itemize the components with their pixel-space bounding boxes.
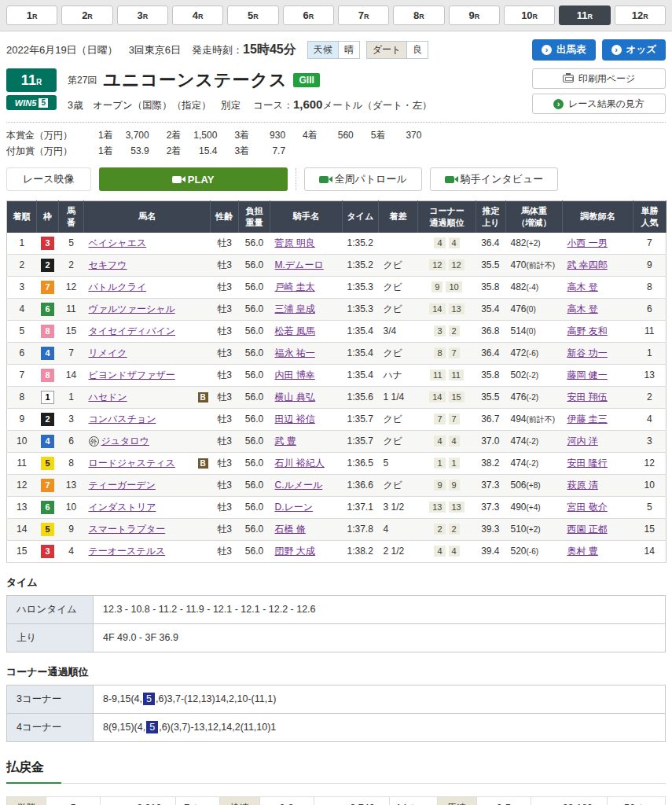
entries-button[interactable]: 出馬表 bbox=[532, 39, 596, 61]
horse-link[interactable]: コンバスチョン bbox=[89, 413, 156, 426]
corner-positions: 11 bbox=[418, 452, 476, 474]
jockey-cell: 福永 祐一 bbox=[270, 342, 343, 364]
payout-type: 単勝 bbox=[7, 796, 46, 805]
trainer-link[interactable]: 藤岡 健一 bbox=[567, 369, 608, 380]
race-tab[interactable]: 11R bbox=[559, 6, 610, 25]
track-condition-badge: ダート 良 bbox=[366, 41, 429, 59]
trainer-link[interactable]: 宮田 敬介 bbox=[567, 502, 608, 513]
trainer-link[interactable]: 小西 一男 bbox=[567, 237, 608, 248]
horse-link[interactable]: リメイク bbox=[89, 347, 127, 360]
odds-button[interactable]: オッズ bbox=[602, 39, 666, 61]
race-tab[interactable]: 1R bbox=[6, 6, 57, 25]
result-row: 11 5 8 ロードジャスティスB 牡3 56.0 石川 裕紀人 1:36.5 … bbox=[7, 452, 666, 474]
win-popularity: 8 bbox=[633, 276, 666, 298]
trainer-link[interactable]: 武 幸四郎 bbox=[567, 259, 608, 270]
trainer-link[interactable]: 伊藤 圭三 bbox=[567, 414, 608, 425]
horse-link[interactable]: インダストリア bbox=[89, 501, 156, 514]
bracket-number: 5 bbox=[41, 523, 54, 536]
sex-age: 牡3 bbox=[211, 276, 239, 298]
sex-age: 牡3 bbox=[211, 474, 239, 496]
horse-link[interactable]: ヴァルツァーシャル bbox=[89, 303, 175, 316]
trainer-link[interactable]: 西園 正都 bbox=[567, 524, 608, 535]
payout-popularity: 14番人気 bbox=[389, 796, 437, 805]
body-weight: 510(+2) bbox=[506, 518, 563, 540]
patrol-video-button[interactable]: 全周パトロール bbox=[304, 167, 422, 191]
finish-position: 2 bbox=[7, 254, 37, 276]
race-tab[interactable]: 12R bbox=[615, 6, 666, 25]
jockey-link[interactable]: D.レーン bbox=[275, 502, 314, 513]
bracket-number: 6 bbox=[41, 303, 54, 316]
corner-positions: 44 bbox=[418, 233, 476, 255]
play-button[interactable]: PLAY bbox=[99, 167, 288, 191]
trainer-link[interactable]: 高木 登 bbox=[567, 281, 598, 292]
horse-link[interactable]: ハセドン bbox=[89, 391, 127, 404]
trainer-link[interactable]: 安田 隆行 bbox=[567, 458, 608, 469]
jockey-cell: 田辺 裕信 bbox=[270, 408, 343, 430]
corner-positions: 87 bbox=[418, 342, 476, 364]
horse-link[interactable]: セキフウ bbox=[89, 259, 127, 272]
jockey-link[interactable]: M.デムーロ bbox=[275, 259, 324, 270]
race-tab[interactable]: 10R bbox=[504, 6, 555, 25]
trainer-link[interactable]: 高木 登 bbox=[567, 303, 598, 314]
print-page-button[interactable]: 印刷用ページ bbox=[532, 68, 666, 89]
jockey-link[interactable]: 団野 大成 bbox=[275, 546, 315, 557]
carried-weight: 56.0 bbox=[239, 540, 270, 562]
win-popularity: 15 bbox=[633, 518, 666, 540]
bracket-cell: 5 bbox=[37, 452, 59, 474]
race-tab[interactable]: 5R bbox=[227, 6, 278, 25]
race-tab[interactable]: 3R bbox=[117, 6, 168, 25]
trainer-link[interactable]: 萩原 清 bbox=[567, 480, 598, 491]
results-guide-button[interactable]: レース結果の見方 bbox=[532, 94, 666, 114]
jockey-interview-button[interactable]: 騎手インタビュー bbox=[430, 167, 559, 191]
race-video-button[interactable]: レース映像 bbox=[6, 167, 91, 191]
body-weight: 520(-6) bbox=[506, 540, 563, 562]
jockey-link[interactable]: 福永 祐一 bbox=[275, 347, 315, 358]
jockey-link[interactable]: 三浦 皇成 bbox=[275, 303, 315, 314]
jockey-link[interactable]: 菅原 明良 bbox=[275, 237, 315, 248]
trainer-link[interactable]: 高野 友和 bbox=[567, 325, 608, 336]
jockey-link[interactable]: 武 豊 bbox=[275, 436, 296, 447]
race-tab[interactable]: 6R bbox=[283, 6, 334, 25]
sex-age: 牡3 bbox=[211, 386, 239, 408]
race-tab[interactable]: 8R bbox=[393, 6, 444, 25]
win-popularity: 9 bbox=[633, 254, 666, 276]
prize-pair: 5着370 bbox=[354, 129, 422, 142]
jockey-link[interactable]: 松若 風馬 bbox=[275, 325, 315, 336]
jockey-link[interactable]: 石川 裕紀人 bbox=[275, 458, 325, 469]
jockey-link[interactable]: 戸崎 圭太 bbox=[275, 281, 315, 292]
race-tab[interactable]: 4R bbox=[172, 6, 223, 25]
trainer-link[interactable]: 安田 翔伍 bbox=[567, 391, 608, 402]
trainer-link[interactable]: 奥村 豊 bbox=[567, 546, 598, 557]
margin: クビ bbox=[379, 408, 418, 430]
horse-link[interactable]: スマートラプター bbox=[89, 523, 166, 536]
trainer-link[interactable]: 河内 洋 bbox=[567, 436, 598, 447]
jockey-link[interactable]: 横山 典弘 bbox=[275, 391, 315, 402]
estimated-last-3f: 37.3 bbox=[476, 474, 506, 496]
horse-link[interactable]: テーオーステルス bbox=[89, 545, 166, 558]
horse-link[interactable]: バトルクライ bbox=[89, 281, 147, 294]
horse-link[interactable]: ジュタロウ bbox=[101, 435, 149, 448]
horse-number: 12 bbox=[59, 276, 84, 298]
horse-link[interactable]: タイセイディバイン bbox=[89, 325, 176, 338]
result-row: 13 6 10 インダストリア 牡3 56.0 D.レーン 1:37.1 3 1… bbox=[7, 496, 666, 518]
race-tab[interactable]: 9R bbox=[449, 6, 500, 25]
horse-link[interactable]: ロードジャスティス bbox=[89, 457, 175, 470]
race-tab[interactable]: 7R bbox=[338, 6, 389, 25]
trainer-cell: 高野 友和 bbox=[563, 320, 633, 342]
race-tab[interactable]: 2R bbox=[61, 6, 112, 25]
horse-name-cell: リメイク bbox=[84, 342, 211, 364]
horse-link[interactable]: ビヨンドザファザー bbox=[89, 369, 175, 382]
result-row: 1 3 5 ベイシャエス 牡3 56.0 菅原 明良 1:35.2 44 36.… bbox=[7, 233, 666, 255]
horse-link[interactable]: ティーガーデン bbox=[89, 479, 156, 492]
jockey-link[interactable]: C.ルメール bbox=[275, 480, 323, 491]
estimated-last-3f: 37.0 bbox=[476, 430, 506, 452]
win5-logo: WIN5 bbox=[15, 98, 37, 108]
bracket-number: 3 bbox=[41, 545, 54, 558]
trainer-link[interactable]: 新谷 功一 bbox=[567, 347, 608, 358]
jockey-link[interactable]: 石橋 脩 bbox=[275, 524, 306, 535]
jockey-link[interactable]: 内田 博幸 bbox=[275, 369, 315, 380]
trainer-cell: 武 幸四郎 bbox=[563, 254, 633, 276]
horse-link[interactable]: ベイシャエス bbox=[89, 237, 147, 250]
jockey-link[interactable]: 田辺 裕信 bbox=[275, 414, 315, 425]
grade-badge: GIII bbox=[293, 73, 319, 87]
